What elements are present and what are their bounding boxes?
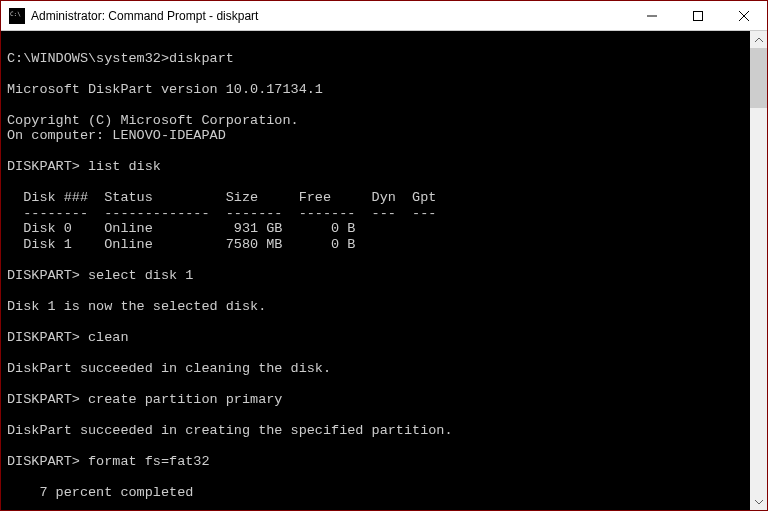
terminal-line: Disk 0 Online 931 GB 0 B — [7, 221, 750, 237]
titlebar[interactable]: Administrator: Command Prompt - diskpart — [1, 1, 767, 31]
scroll-thumb[interactable] — [750, 48, 767, 108]
terminal-line — [7, 469, 750, 485]
terminal-line — [7, 314, 750, 330]
terminal-line: On computer: LENOVO-IDEAPAD — [7, 128, 750, 144]
window-controls — [629, 1, 767, 30]
terminal-output[interactable]: C:\WINDOWS\system32>diskpart Microsoft D… — [1, 31, 750, 510]
terminal-line: Copyright (C) Microsoft Corporation. — [7, 113, 750, 129]
terminal-area: C:\WINDOWS\system32>diskpart Microsoft D… — [1, 31, 767, 510]
terminal-line: DISKPART> create partition primary — [7, 392, 750, 408]
terminal-line: C:\WINDOWS\system32>diskpart — [7, 51, 750, 67]
window-title: Administrator: Command Prompt - diskpart — [31, 9, 629, 23]
terminal-line — [7, 35, 750, 51]
terminal-line: Disk ### Status Size Free Dyn Gpt — [7, 190, 750, 206]
terminal-line — [7, 144, 750, 160]
terminal-line: DISKPART> format fs=fat32 — [7, 454, 750, 470]
terminal-line: 7 percent completed — [7, 485, 750, 501]
maximize-button[interactable] — [675, 1, 721, 30]
terminal-line — [7, 252, 750, 268]
terminal-line: Microsoft DiskPart version 10.0.17134.1 — [7, 82, 750, 98]
terminal-line — [7, 438, 750, 454]
terminal-line: DISKPART> list disk — [7, 159, 750, 175]
chevron-up-icon — [755, 36, 763, 44]
close-icon — [739, 11, 749, 21]
svg-rect-1 — [694, 11, 703, 20]
scroll-up-button[interactable] — [750, 31, 767, 48]
terminal-line: DISKPART> clean — [7, 330, 750, 346]
scroll-down-button[interactable] — [750, 493, 767, 510]
terminal-line: DISKPART> select disk 1 — [7, 268, 750, 284]
terminal-line — [7, 345, 750, 361]
terminal-line: Disk 1 Online 7580 MB 0 B — [7, 237, 750, 253]
terminal-line: DiskPart succeeded in cleaning the disk. — [7, 361, 750, 377]
chevron-down-icon — [755, 498, 763, 506]
terminal-line: DiskPart succeeded in creating the speci… — [7, 423, 750, 439]
close-button[interactable] — [721, 1, 767, 30]
app-icon — [9, 8, 25, 24]
terminal-line — [7, 283, 750, 299]
terminal-line — [7, 407, 750, 423]
minimize-icon — [647, 11, 657, 21]
terminal-line: -------- ------------- ------- ------- -… — [7, 206, 750, 222]
terminal-line — [7, 376, 750, 392]
terminal-line: Disk 1 is now the selected disk. — [7, 299, 750, 315]
maximize-icon — [693, 11, 703, 21]
minimize-button[interactable] — [629, 1, 675, 30]
vertical-scrollbar[interactable] — [750, 31, 767, 510]
terminal-line — [7, 66, 750, 82]
terminal-line — [7, 175, 750, 191]
terminal-line — [7, 97, 750, 113]
command-prompt-window: Administrator: Command Prompt - diskpart… — [0, 0, 768, 511]
